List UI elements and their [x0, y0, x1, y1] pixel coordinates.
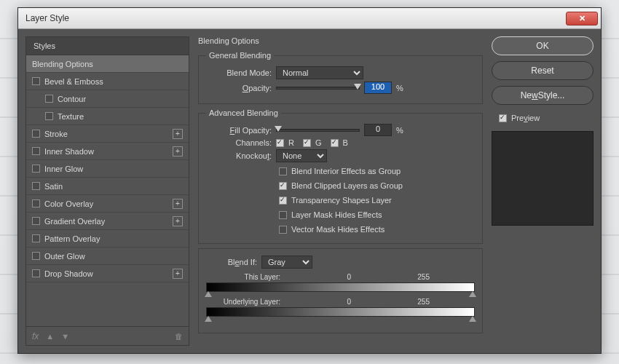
style-label: Satin	[44, 182, 63, 191]
style-label: Color Overlay	[44, 199, 93, 208]
opacity-unit: %	[396, 84, 403, 92]
style-checkbox[interactable]	[32, 182, 40, 190]
style-row-drop-shadow[interactable]: Drop Shadow+	[26, 265, 189, 282]
channel-g-checkbox[interactable]	[303, 139, 311, 147]
style-checkbox[interactable]	[32, 252, 40, 260]
new-style-button[interactable]: New Style...	[492, 86, 594, 105]
add-effect-icon[interactable]: +	[173, 129, 183, 139]
close-button[interactable]: ✕	[566, 12, 598, 25]
vector-mask-hides-checkbox[interactable]	[279, 226, 287, 234]
style-checkbox[interactable]	[45, 95, 53, 103]
underlying-min: 0	[347, 298, 351, 306]
close-icon: ✕	[579, 14, 586, 23]
styles-header: Styles	[25, 36, 189, 55]
channel-b-checkbox[interactable]	[331, 139, 339, 147]
style-row-bevel-emboss[interactable]: Bevel & Emboss	[26, 73, 189, 90]
style-checkbox[interactable]	[45, 112, 53, 120]
style-row-color-overlay[interactable]: Color Overlay+	[26, 195, 189, 213]
dialog-content: Styles Blending OptionsBevel & EmbossCon…	[18, 29, 601, 353]
preview-checkbox[interactable]	[499, 114, 507, 122]
blendif-group: Blend If: Gray This Layer: 0 255 Underly…	[198, 248, 483, 333]
knockout-label: Knockout:	[206, 151, 272, 160]
general-blending-group: General Blending Blend Mode: Normal Opac…	[198, 51, 483, 104]
style-label: Texture	[58, 112, 84, 121]
knockout-select[interactable]: None	[276, 149, 327, 162]
underlying-layer-gradient[interactable]	[206, 307, 475, 317]
channel-g-label: G	[315, 138, 322, 147]
style-checkbox[interactable]	[32, 147, 40, 155]
channel-b-label: B	[343, 138, 348, 147]
style-label: Bevel & Emboss	[44, 77, 103, 86]
opacity-label: Opacity:	[206, 84, 272, 92]
style-label: Blending Options	[32, 60, 93, 68]
styles-panel: Styles Blending OptionsBevel & EmbossCon…	[25, 36, 189, 346]
channel-r-checkbox[interactable]	[276, 139, 284, 147]
blend-mode-select[interactable]: Normal	[276, 66, 363, 79]
style-label: Outer Glow	[44, 252, 85, 261]
style-row-inner-glow[interactable]: Inner Glow	[26, 160, 189, 178]
blend-interior-label: Blend Interior Effects as Group	[291, 167, 401, 175]
style-row-outer-glow[interactable]: Outer Glow	[26, 248, 189, 265]
arrow-up-icon[interactable]: ▲	[46, 332, 54, 341]
advanced-blending-group: Advanced Blending Fill Opacity: 0 % Chan…	[198, 108, 483, 244]
blend-clipped-checkbox[interactable]	[279, 182, 287, 190]
layer-mask-hides-checkbox[interactable]	[279, 211, 287, 219]
options-heading: Blending Options	[198, 36, 483, 45]
style-label: Stroke	[44, 130, 68, 138]
add-effect-icon[interactable]: +	[173, 146, 183, 157]
blendif-label: Blend If:	[206, 258, 257, 266]
styles-list: Blending OptionsBevel & EmbossContourTex…	[25, 55, 189, 327]
underlying-layer-label: Underlying Layer:	[208, 298, 280, 306]
window-title: Layer Style	[25, 13, 69, 23]
style-row-pattern-overlay[interactable]: Pattern Overlay	[26, 230, 189, 248]
style-checkbox[interactable]	[32, 77, 40, 85]
style-row-stroke[interactable]: Stroke+	[26, 125, 189, 143]
style-checkbox[interactable]	[32, 269, 40, 277]
add-effect-icon[interactable]: +	[173, 216, 183, 226]
style-checkbox[interactable]	[32, 199, 40, 207]
preview-swatch	[492, 131, 594, 226]
style-row-inner-shadow[interactable]: Inner Shadow+	[26, 143, 189, 160]
style-label: Contour	[58, 95, 86, 103]
style-label: Drop Shadow	[44, 269, 93, 278]
right-panel: OK Reset New Style... Preview	[492, 36, 594, 346]
style-checkbox[interactable]	[32, 217, 40, 225]
layer-style-window: Layer Style ✕ Styles Blending OptionsBev…	[17, 7, 602, 354]
style-label: Pattern Overlay	[44, 234, 100, 243]
style-row-contour[interactable]: Contour	[26, 90, 189, 108]
add-effect-icon[interactable]: +	[173, 269, 183, 279]
channels-label: Channels:	[206, 138, 272, 147]
opacity-value[interactable]: 100	[364, 82, 392, 94]
opacity-slider[interactable]	[276, 87, 360, 90]
this-layer-label: This Layer:	[208, 273, 280, 281]
reset-button[interactable]: Reset	[492, 61, 594, 80]
blend-mode-label: Blend Mode:	[206, 68, 272, 77]
fill-opacity-unit: %	[396, 126, 403, 135]
style-checkbox[interactable]	[32, 165, 40, 173]
layer-mask-hides-label: Layer Mask Hides Effects	[291, 210, 382, 219]
style-checkbox[interactable]	[32, 234, 40, 242]
style-label: Inner Glow	[44, 165, 83, 173]
blendif-select[interactable]: Gray	[261, 256, 312, 269]
fx-icon[interactable]: fx	[32, 331, 39, 341]
general-blending-legend: General Blending	[206, 51, 274, 60]
style-row-texture[interactable]: Texture	[26, 108, 189, 125]
fill-opacity-value[interactable]: 0	[364, 124, 392, 136]
add-effect-icon[interactable]: +	[173, 199, 183, 209]
channel-r-label: R	[288, 138, 294, 147]
underlying-max: 255	[417, 298, 430, 306]
trash-icon[interactable]: 🗑	[175, 332, 183, 341]
this-layer-gradient[interactable]	[206, 282, 475, 292]
transparency-shapes-checkbox[interactable]	[279, 197, 287, 205]
fill-opacity-slider[interactable]	[276, 129, 360, 132]
style-row-gradient-overlay[interactable]: Gradient Overlay+	[26, 213, 189, 230]
transparency-shapes-label: Transparency Shapes Layer	[291, 196, 392, 205]
blend-interior-checkbox[interactable]	[279, 167, 287, 175]
style-checkbox[interactable]	[32, 130, 40, 138]
arrow-down-icon[interactable]: ▼	[61, 332, 69, 341]
options-panel: Blending Options General Blending Blend …	[198, 36, 483, 346]
style-row-satin[interactable]: Satin	[26, 178, 189, 195]
ok-button[interactable]: OK	[492, 36, 594, 55]
style-label: Gradient Overlay	[44, 217, 105, 226]
style-row-blending-options[interactable]: Blending Options	[26, 55, 189, 73]
